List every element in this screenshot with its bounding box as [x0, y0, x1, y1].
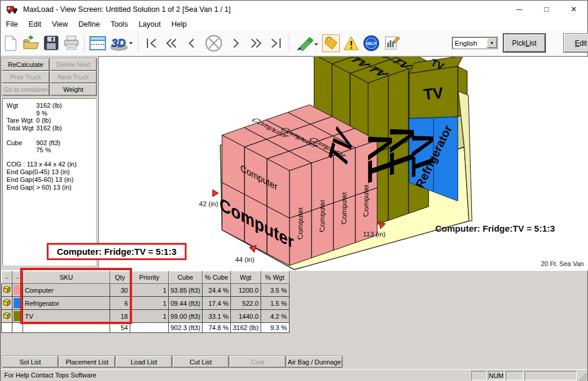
- dim-length: 113 (in): [363, 230, 385, 238]
- recalculate-button[interactable]: ReCalculate: [2, 59, 49, 71]
- help-icon[interactable]: HELP: [362, 34, 380, 52]
- resize-grip[interactable]: [579, 373, 587, 381]
- title-bar: MaxLoad - View Screen: Untitled Solution…: [1, 1, 587, 18]
- stat-value: 0 (lb): [36, 117, 95, 124]
- container-type-label: 20 Ft. Sea Van: [541, 260, 584, 267]
- nav-prev-icon[interactable]: [183, 34, 201, 52]
- delete-next-button[interactable]: Delete Next: [50, 59, 97, 71]
- ratio-label-right: Computer: Fridge:TV = 5:1:3: [435, 223, 555, 233]
- tag-icon[interactable]: [322, 34, 340, 52]
- tab-cost[interactable]: Cost: [230, 356, 285, 367]
- column-header-wgt[interactable]: Wgt: [231, 271, 261, 284]
- stat-label: Wgt: [3, 102, 36, 110]
- total-wgt_pct: 9.3 %: [261, 323, 289, 333]
- menu-tools[interactable]: Tools: [105, 20, 133, 28]
- highlighter-icon[interactable]: [294, 34, 320, 52]
- nav-next-many-icon[interactable]: [247, 34, 265, 52]
- tab-air-bag-dunnage[interactable]: Air Bag / Dunnage: [287, 356, 342, 367]
- cell-wgt_pct: 4.2 %: [261, 310, 289, 323]
- box-label-computer: Computer: [362, 183, 369, 218]
- print-icon[interactable]: [62, 34, 80, 52]
- total-empty: [23, 323, 110, 333]
- cog-value: COG : 113 x 44 x 42 (in): [3, 161, 95, 168]
- menu-bar: FileEditViewDefineToolsLayoutHelp: [1, 18, 587, 30]
- box-icon: [2, 310, 12, 323]
- stat-value: 902 (ft3): [36, 139, 95, 147]
- box-label-computer: Computer: [340, 191, 348, 226]
- maximize-button[interactable]: □: [533, 1, 560, 18]
- menu-help[interactable]: Help: [166, 20, 192, 28]
- table-annotation-box: [20, 268, 132, 324]
- left-panel: ReCalculateDelete Next Prev TruckNext Tr…: [1, 56, 99, 270]
- nav-next-icon[interactable]: [227, 34, 245, 52]
- num-lock-indicator: NUM: [488, 371, 505, 380]
- 3d-view-icon[interactable]: 3D: [109, 34, 134, 52]
- stat-value: 3162 (lb): [36, 102, 95, 110]
- tab-placement-list[interactable]: Placement List: [59, 356, 115, 367]
- menu-edit[interactable]: Edit: [23, 20, 47, 28]
- box-label-computer: Computer: [318, 198, 326, 233]
- stat-label: Cube: [3, 139, 36, 147]
- close-button[interactable]: ✕: [560, 1, 587, 18]
- end-gap-value: End Gap(45-60) 13 (in): [3, 176, 95, 184]
- stat-label: [3, 146, 36, 154]
- save-icon[interactable]: [42, 34, 60, 52]
- nav-first-icon[interactable]: [143, 34, 160, 52]
- column-header-cube[interactable]: Cube: [169, 271, 203, 284]
- menu-file[interactable]: File: [1, 20, 23, 28]
- dim-width: 44 (in): [235, 256, 255, 263]
- status-cell-1: [471, 371, 487, 380]
- picklist-button[interactable]: PickList: [503, 33, 546, 53]
- total-cube: 902.3 (ft3): [169, 323, 203, 333]
- new-icon[interactable]: [2, 34, 20, 52]
- cell-priority: 1: [130, 297, 169, 310]
- container-3d-scene: ComputerComputerComputerComputerComputer…: [99, 57, 588, 271]
- edit-button[interactable]: Edit: [563, 33, 588, 53]
- view-settings-icon[interactable]: [89, 34, 107, 52]
- language-value: English: [452, 40, 487, 47]
- stat-label: Tare Wgt: [3, 117, 36, 124]
- menu-define[interactable]: Define: [73, 20, 105, 28]
- end-gap-value: End Gap( > 60) 13 (in): [3, 184, 95, 191]
- dim-height: 42 (in): [199, 200, 219, 207]
- cog-marker: [213, 190, 219, 197]
- open-icon[interactable]: [22, 34, 40, 52]
- column-header-cube[interactable]: % Cube: [203, 271, 231, 284]
- nav-last-icon[interactable]: [267, 34, 285, 52]
- cell-wgt: 1440.0: [231, 310, 261, 323]
- column-header-wgt[interactable]: % Wgt: [261, 271, 289, 284]
- stat-value: 3162 (lb): [36, 124, 95, 132]
- cell-wgt: 522.0: [231, 297, 261, 310]
- minimize-button[interactable]: ─: [506, 1, 533, 18]
- table-total-row: 54902.3 (ft3)74.8 %3162 (lb)9.3 %: [2, 323, 290, 333]
- tab-sol-list[interactable]: Sol List: [2, 356, 58, 367]
- nav-prev-many-icon[interactable]: [163, 34, 181, 52]
- cell-cube_pct: 17.4 %: [203, 297, 231, 310]
- nav-stop-icon[interactable]: [203, 34, 224, 52]
- total-cube_pct: 74.8 %: [203, 323, 231, 333]
- go-to-container-button[interactable]: Go to container: [2, 84, 49, 95]
- column-header-[interactable]: -: [2, 271, 12, 284]
- warning-icon[interactable]: [342, 34, 360, 52]
- stat-value: 9 %: [36, 110, 95, 117]
- app-icon: [7, 5, 18, 14]
- window-title: MaxLoad - View Screen: Untitled Solution…: [23, 5, 230, 14]
- cell-wgt_pct: 3.5 %: [261, 284, 289, 297]
- box-label-tv: TV: [423, 84, 445, 103]
- weight-button[interactable]: Weight: [50, 84, 97, 95]
- tab-cut-list[interactable]: Cut List: [173, 356, 229, 367]
- report-icon[interactable]: [383, 34, 400, 52]
- stats-panel: Wgt3162 (lb)9 %Tare Wgt0 (lb)Total Wgt31…: [2, 98, 96, 265]
- language-select[interactable]: English ▼: [452, 37, 498, 49]
- menu-view[interactable]: View: [47, 20, 73, 28]
- svg-text:3D: 3D: [111, 37, 126, 49]
- box-icon: [2, 284, 12, 297]
- next-truck-button[interactable]: Next Truck: [50, 71, 97, 83]
- language-dropdown-button[interactable]: ▼: [487, 38, 497, 48]
- menu-layout[interactable]: Layout: [133, 20, 166, 28]
- load-3d-view[interactable]: ComputerComputerComputerComputerComputer…: [99, 56, 588, 270]
- prev-truck-button[interactable]: Prev Truck: [2, 71, 49, 83]
- column-header-priority[interactable]: Priority: [130, 271, 169, 284]
- tab-load-list[interactable]: Load List: [116, 356, 172, 367]
- status-bar: For Help Contact Tops Software NUM: [1, 369, 587, 381]
